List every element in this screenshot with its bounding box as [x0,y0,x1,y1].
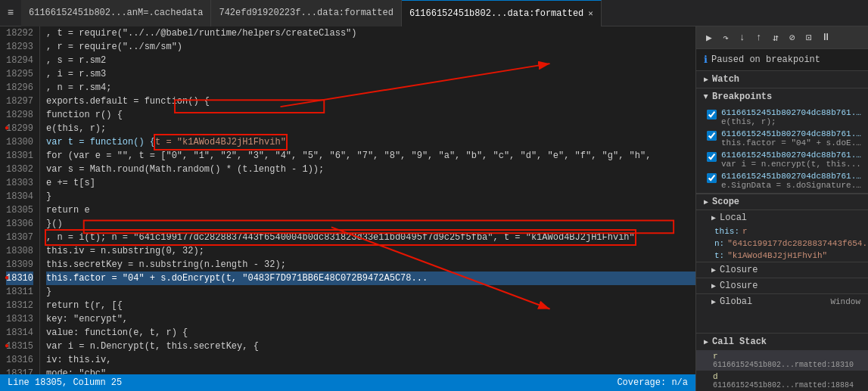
step-btn[interactable]: ⇵ [767,29,784,46]
call-stack-item-1[interactable]: d61166152451b802...rmatted:18884 [696,371,868,391]
code-line-18299: e(this, r); [46,122,695,135]
line-num-18302: 18302 [6,163,33,176]
tab-cachedata[interactable]: 61166152451b802...anM=.cachedata [21,0,211,26]
breakpoint-file-2: 61166152451b802704dc88b761... [721,151,862,160]
line-num-18306: 18306 [6,217,33,231]
code-line-18310: this.factor = "04" + s.doEncrypt(t, "048… [46,272,695,285]
global-val: Window [830,297,860,306]
dont-pause-btn[interactable]: ⊡ [801,29,817,46]
deactivate-btn[interactable]: ⊘ [784,29,801,46]
breakpoints-label: Breakpoints [712,92,772,102]
closure-header-1[interactable]: ▶ Closure [696,262,868,278]
resume-btn[interactable]: ▶ [701,29,717,46]
closure-arrow-icon-1: ▶ [711,265,716,275]
scope-section: ▶ Scope ▶ Local this:rn:"641c199177dc282… [696,194,868,333]
code-line-18311: } [46,285,695,299]
call-stack-header[interactable]: ▶ Call Stack [696,334,868,350]
code-line-18314: value: function(e, t, r) { [46,326,695,340]
local-key-0: this: [714,227,739,236]
breakpoint-code-3: e.SignData = s.doSignature... [721,181,862,190]
call-stack-list: r61166152451b802...rmatted:18310d6116615… [696,350,868,391]
local-header[interactable]: ▶ Local [696,209,868,225]
scope-header[interactable]: ▶ Scope [696,194,868,209]
code-line-18303: e += t[s] [46,176,695,190]
code-line-18292: , t = require("../../@babel/runtime/help… [46,26,695,40]
pause-btn[interactable]: ⏸ [817,29,834,46]
coverage-status: Coverage: n/a [617,377,688,388]
line-num-18301: 18301 [6,149,33,163]
tab-formatted-1[interactable]: 742efd91920223f...data:formatted [211,0,401,26]
call-stack-file-0: 61166152451b802...rmatted:18310 [713,361,860,369]
local-item-1: n:"641c199177dc2828837443f654... [696,237,868,250]
code-line-18305: return e [46,203,695,217]
tab-close-icon[interactable]: ✕ [588,8,593,18]
step-out-btn[interactable]: ↑ [751,29,767,46]
watch-header[interactable]: ▶ Watch [696,71,868,88]
local-item-0: this:r [696,225,868,237]
breakpoints-header[interactable]: ▶ Breakpoints [696,88,868,105]
line-num-18314: 18314 [6,326,33,340]
line-num-18294: 18294 [6,54,33,67]
line-num-18309: 18309 [6,258,33,272]
code-line-18308: this.iv = n.substring(0, 32); [46,244,695,258]
code-line-18316: iv: this.iv, [46,353,695,367]
call-stack-file-1: 61166152451b802...rmatted:18884 [713,381,860,389]
breakpoint-item-0: 61166152451b802704dc88b761...e(this, r); [696,107,868,128]
cursor-position: Line 18305, Column 25 [8,377,122,388]
line-num-18308: 18308 [6,244,33,258]
paused-banner: ℹ Paused on breakpoint [696,49,868,71]
watch-section: ▶ Watch [696,71,868,88]
line-num-18313: 18313 [6,312,33,326]
breakpoint-checkbox-1[interactable] [707,131,717,141]
tab-bar: ≡ 61166152451b802...anM=.cachedata 742ef… [0,0,868,26]
breakpoint-code-2: var i = n.encrypt(t, this... [721,160,862,169]
local-arrow-icon: ▶ [711,213,716,222]
breakpoint-checkbox-3[interactable] [707,173,717,183]
step-over-btn[interactable]: ↷ [717,29,734,46]
paused-label: Paused on breakpoint [711,54,820,65]
code-line-18309: this.secretKey = n.substring(n.length - … [46,258,695,272]
closure-label-1: Closure [720,265,758,275]
line-num-18298: 18298 [6,108,33,122]
debug-toolbar: ▶ ↷ ↓ ↑ ⇵ ⊘ ⊡ ⏸ [696,26,868,49]
local-label: Local [720,213,747,223]
tab-formatted-2[interactable]: 61166152451b802...data:formatted ✕ [402,0,602,26]
code-line-18312: return t(r, [{ [46,299,695,312]
breakpoint-item-1: 61166152451b802704dc88b761...this.factor… [696,128,868,149]
global-arrow-icon: ▶ [711,297,716,306]
line-num-18316: 18316 [6,353,33,367]
breakpoints-arrow-icon: ▶ [702,95,711,99]
closure-header-2[interactable]: ▶ Closure [696,278,868,293]
line-num-18315: 18315 [6,340,33,353]
call-stack-section: ▶ Call Stack r61166152451b802...rmatted:… [696,333,868,391]
right-panel: ▶ ↷ ↓ ↑ ⇵ ⊘ ⊡ ⏸ ℹ Paused on breakpoint ▶… [695,26,868,391]
breakpoint-code-1: this.factor = "04" + s.doE... [721,138,862,147]
line-num-18297: 18297 [6,95,33,108]
line-num-18307: 18307 [6,231,33,244]
sidebar-toggle-icon[interactable]: ≡ [0,0,21,26]
code-line-18307: , n = i(t); n = "641c199177dc2828837443f… [46,231,695,244]
code-line-18294: , s = r.sm2 [46,54,695,67]
local-key-1: n: [714,239,724,248]
call-stack-item-0[interactable]: r61166152451b802...rmatted:18310 [696,350,868,371]
call-stack-fn-1: d [713,372,860,381]
scope-arrow-icon: ▶ [704,197,708,206]
code-line-18297: exports.default = function() { [46,95,695,108]
call-stack-arrow-icon: ▶ [704,337,708,346]
breakpoint-file-0: 61166152451b802704dc88b761... [721,108,862,117]
line-num-18304: 18304 [6,190,33,203]
breakpoint-checkbox-0[interactable] [707,110,717,119]
line-num-18295: 18295 [6,67,33,81]
local-val-1: "641c199177dc2828837443f654... [727,239,868,248]
watch-label: Watch [712,74,739,85]
breakpoint-file-1: 61166152451b802704dc88b761... [721,129,862,138]
breakpoint-checkbox-2[interactable] [707,152,717,162]
line-num-18317: 18317 [6,367,33,374]
code-line-18301: for (var e = "", t = ["0", "1", "2", "3"… [46,149,695,163]
closure-arrow-icon-2: ▶ [711,281,716,290]
line-num-18310: 18310 [6,272,33,285]
line-num-18303: 18303 [6,176,33,190]
step-into-btn[interactable]: ↓ [734,29,751,46]
global-header[interactable]: ▶ Global Window [696,293,868,309]
status-bar: Line 18305, Column 25 Coverage: n/a [0,374,695,391]
